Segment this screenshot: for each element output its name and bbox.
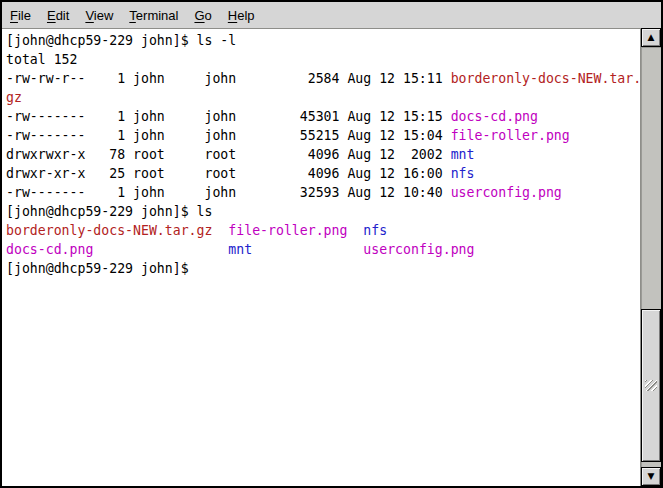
menu-bar: File Edit View Terminal Go Help bbox=[2, 2, 661, 29]
menu-edit[interactable]: Edit bbox=[39, 4, 77, 27]
scrollbar-thumb[interactable] bbox=[641, 309, 661, 462]
menu-terminal[interactable]: Terminal bbox=[121, 4, 186, 27]
window-content: File Edit View Terminal Go Help [john@dh… bbox=[2, 2, 661, 486]
file-name: mnt bbox=[451, 147, 475, 162]
file-name: mnt bbox=[228, 242, 252, 257]
terminal-line: total 152 bbox=[6, 50, 641, 69]
menu-view-label-rest: iew bbox=[94, 8, 114, 23]
terminal-line: drwxr-xr-x 25 root root 4096 Aug 12 16:0… bbox=[6, 164, 641, 183]
thumb-grip-icon bbox=[645, 380, 657, 391]
menu-file[interactable]: File bbox=[2, 4, 39, 27]
terminal-line: [john@dhcp59-229 john]$ ls bbox=[6, 202, 641, 221]
terminal-line: -rw------- 1 john john 32593 Aug 12 10:4… bbox=[6, 183, 641, 202]
file-name: userconfig.png bbox=[363, 242, 474, 257]
file-name: gz bbox=[6, 90, 22, 105]
menu-view[interactable]: View bbox=[77, 4, 121, 27]
scroll-up-icon: ▲ bbox=[648, 33, 655, 42]
menu-edit-label-rest: dit bbox=[56, 8, 70, 23]
terminal-text: [john@dhcp59-229 john]$ bbox=[6, 261, 189, 276]
terminal-text: -rw------- 1 john john 32593 Aug 12 10:4… bbox=[6, 185, 451, 200]
menu-help-label: H bbox=[228, 8, 237, 23]
file-name: nfs bbox=[363, 223, 387, 238]
scroll-down-button[interactable]: ▼ bbox=[641, 467, 661, 486]
terminal-text bbox=[347, 223, 363, 238]
file-name: nfs bbox=[451, 166, 475, 181]
file-name: docs-cd.png bbox=[451, 109, 538, 124]
file-name: borderonly-docs-NEW.tar.gz bbox=[6, 223, 212, 238]
terminal-line: [john@dhcp59-229 john]$ ls -l bbox=[6, 31, 641, 50]
scrollbar: ▲ ▼ bbox=[640, 28, 661, 486]
terminal-text: [john@dhcp59-229 john]$ ls bbox=[6, 204, 212, 219]
terminal-line: drwxrwxr-x 78 root root 4096 Aug 12 2002… bbox=[6, 145, 641, 164]
terminal-text bbox=[93, 242, 228, 257]
menu-terminal-label-rest: erminal bbox=[136, 8, 179, 23]
file-name: userconfig.png bbox=[451, 185, 562, 200]
terminal-line: gz bbox=[6, 88, 641, 107]
terminal-text bbox=[252, 242, 363, 257]
file-name: borderonly-docs-NEW.tar. bbox=[451, 71, 641, 86]
menu-go-label-rest: o bbox=[205, 8, 212, 23]
menu-edit-label: E bbox=[47, 8, 56, 23]
terminal-line: -rw------- 1 john john 55215 Aug 12 15:0… bbox=[6, 126, 641, 145]
terminal-text: drwxrwxr-x 78 root root 4096 Aug 12 2002 bbox=[6, 147, 451, 162]
menu-file-label: F bbox=[10, 8, 18, 23]
terminal-output[interactable]: [john@dhcp59-229 john]$ ls -ltotal 152-r… bbox=[2, 29, 641, 486]
terminal-line: -rw-rw-r-- 1 john john 2584 Aug 12 15:11… bbox=[6, 69, 641, 88]
menu-go[interactable]: Go bbox=[186, 4, 219, 27]
terminal-line: docs-cd.png mnt userconfig.png bbox=[6, 240, 641, 259]
terminal-text: drwxr-xr-x 25 root root 4096 Aug 12 16:0… bbox=[6, 166, 451, 181]
scroll-down-icon: ▼ bbox=[648, 472, 655, 481]
menu-help-label-rest: elp bbox=[237, 8, 254, 23]
file-name: file-roller.png bbox=[228, 223, 347, 238]
terminal-text bbox=[212, 223, 228, 238]
menu-view-label: V bbox=[85, 8, 93, 23]
terminal-line: -rw------- 1 john john 45301 Aug 12 15:1… bbox=[6, 107, 641, 126]
scrollbar-trough[interactable] bbox=[641, 47, 661, 467]
menu-file-label-rest: ile bbox=[18, 8, 31, 23]
terminal-line: borderonly-docs-NEW.tar.gz file-roller.p… bbox=[6, 221, 641, 240]
scroll-up-button[interactable]: ▲ bbox=[641, 28, 661, 47]
terminal-text: -rw-rw-r-- 1 john john 2584 Aug 12 15:11 bbox=[6, 71, 451, 86]
terminal-text: -rw------- 1 john john 55215 Aug 12 15:0… bbox=[6, 128, 451, 143]
menu-help[interactable]: Help bbox=[220, 4, 263, 27]
terminal-text: total 152 bbox=[6, 52, 77, 67]
terminal-text: -rw------- 1 john john 45301 Aug 12 15:1… bbox=[6, 109, 451, 124]
file-name: docs-cd.png bbox=[6, 242, 93, 257]
file-name: file-roller.png bbox=[451, 128, 570, 143]
terminal-window: File Edit View Terminal Go Help [john@dh… bbox=[0, 0, 663, 488]
terminal-line: [john@dhcp59-229 john]$ bbox=[6, 259, 641, 278]
menu-go-label: G bbox=[194, 8, 204, 23]
terminal-text: [john@dhcp59-229 john]$ ls -l bbox=[6, 33, 236, 48]
